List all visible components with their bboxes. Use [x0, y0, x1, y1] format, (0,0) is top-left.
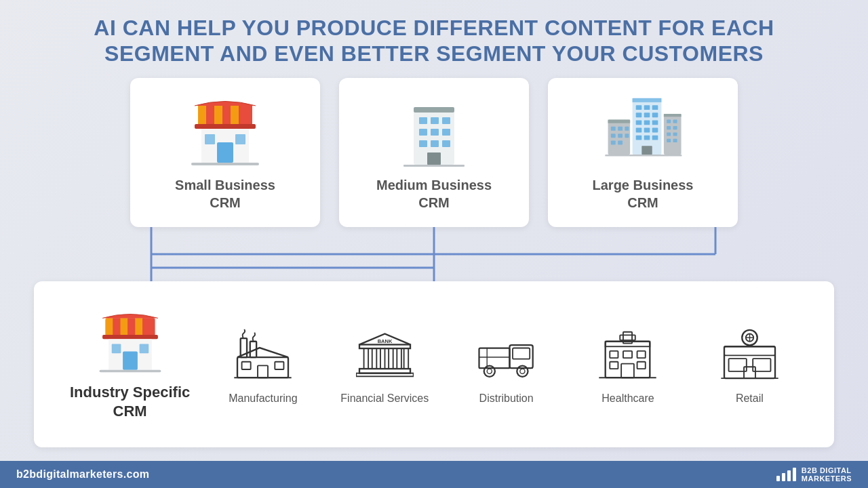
svg-rect-99 — [403, 348, 408, 369]
svg-rect-47 — [636, 127, 642, 132]
svg-rect-82 — [123, 351, 138, 369]
svg-rect-97 — [389, 348, 393, 369]
svg-rect-50 — [636, 135, 642, 140]
svg-rect-38 — [636, 105, 642, 110]
svg-text:BANK: BANK — [377, 338, 392, 344]
svg-point-108 — [517, 365, 528, 376]
svg-rect-124 — [724, 346, 775, 378]
svg-rect-49 — [652, 127, 658, 132]
svg-rect-96 — [380, 348, 385, 369]
svg-rect-56 — [667, 119, 671, 123]
svg-rect-17 — [442, 117, 450, 124]
svg-rect-80 — [102, 335, 158, 339]
svg-rect-91 — [275, 362, 284, 369]
svg-rect-101 — [356, 373, 413, 377]
header: AI CAN HELP YOU PRODUCE DIFFERENT CONTEN… — [0, 0, 868, 78]
retail-label: Retail — [736, 392, 764, 405]
svg-rect-23 — [442, 140, 450, 147]
svg-rect-76 — [120, 318, 127, 336]
headline: AI CAN HELP YOU PRODUCE DIFFERENT CONTEN… — [41, 15, 827, 67]
svg-rect-32 — [618, 134, 623, 138]
medium-business-card: Medium BusinessCRM — [339, 78, 529, 227]
svg-rect-120 — [610, 362, 618, 369]
retail-icon — [719, 323, 780, 384]
svg-rect-28 — [611, 127, 616, 131]
svg-rect-14 — [414, 107, 454, 113]
svg-rect-48 — [644, 127, 650, 132]
svg-rect-59 — [673, 126, 677, 129]
svg-rect-37 — [633, 98, 662, 102]
bottom-industry-box: Industry Specific CRM — [34, 281, 834, 447]
svg-rect-16 — [431, 117, 439, 124]
svg-rect-117 — [610, 351, 618, 358]
svg-rect-52 — [652, 135, 658, 140]
svg-rect-39 — [644, 105, 650, 110]
svg-rect-55 — [664, 114, 682, 117]
manufacturing-label: Manufacturing — [229, 392, 297, 405]
svg-rect-62 — [667, 139, 671, 142]
svg-rect-125 — [724, 346, 775, 355]
financial-item: BANK Financial Services — [328, 323, 442, 405]
svg-rect-46 — [652, 120, 658, 125]
svg-rect-63 — [673, 139, 677, 142]
healthcare-label: Healthcare — [601, 392, 654, 405]
svg-rect-105 — [479, 348, 509, 368]
industry-specific-item: Industry Specific CRM — [61, 307, 199, 422]
svg-rect-51 — [644, 135, 650, 140]
svg-rect-42 — [644, 113, 650, 117]
svg-rect-98 — [397, 348, 401, 369]
svg-rect-11 — [235, 134, 245, 144]
svg-rect-89 — [258, 365, 268, 378]
retail-item: Retail — [692, 323, 807, 405]
manufacturing-item: Manufacturing — [205, 323, 320, 405]
svg-point-109 — [519, 369, 524, 373]
svg-rect-45 — [644, 120, 650, 125]
svg-rect-75 — [113, 318, 120, 336]
medium-crm-label: Medium BusinessCRM — [376, 176, 492, 211]
footer: b2bdigitalmarketers.com B2B DIGITAL MARK… — [0, 461, 868, 488]
small-business-icon — [184, 94, 266, 168]
footer-url: b2bdigitalmarketers.com — [16, 468, 149, 481]
svg-rect-10 — [205, 134, 215, 144]
large-business-card: Large BusinessCRM — [548, 78, 738, 227]
svg-rect-35 — [618, 140, 623, 144]
connector-area — [34, 227, 834, 281]
svg-rect-78 — [135, 318, 142, 336]
svg-point-106 — [484, 365, 494, 376]
footer-brand-text: B2B DIGITAL MARKETERS — [802, 466, 852, 483]
main-container: AI CAN HELP YOU PRODUCE DIFFERENT CONTEN… — [0, 0, 868, 488]
svg-point-107 — [487, 369, 492, 373]
svg-rect-22 — [431, 140, 439, 147]
svg-rect-53 — [642, 146, 652, 155]
svg-rect-19 — [431, 129, 439, 136]
svg-rect-118 — [623, 351, 632, 358]
svg-rect-24 — [427, 152, 441, 165]
industry-specific-icon — [93, 307, 167, 375]
svg-rect-44 — [636, 120, 642, 125]
svg-rect-61 — [673, 132, 677, 136]
svg-rect-18 — [419, 129, 427, 136]
svg-rect-88 — [237, 357, 288, 378]
industry-specific-label: Industry Specific CRM — [70, 383, 190, 422]
svg-rect-74 — [105, 318, 113, 336]
svg-rect-41 — [636, 113, 642, 117]
svg-rect-15 — [419, 117, 427, 124]
healthcare-item: Healthcare — [570, 323, 685, 405]
svg-rect-79 — [142, 318, 155, 336]
svg-rect-104 — [513, 348, 530, 359]
svg-rect-122 — [622, 363, 635, 378]
svg-rect-83 — [111, 344, 121, 353]
svg-rect-64 — [605, 155, 682, 157]
svg-rect-2 — [206, 106, 214, 126]
distribution-label: Distribution — [479, 392, 534, 405]
svg-rect-77 — [127, 318, 135, 336]
top-cards-row: Small BusinessCRM — [0, 78, 868, 227]
svg-rect-132 — [744, 367, 755, 378]
svg-rect-57 — [673, 119, 677, 123]
svg-rect-5 — [231, 106, 239, 126]
svg-rect-84 — [139, 344, 149, 353]
svg-rect-54 — [664, 114, 682, 155]
svg-rect-7 — [195, 124, 256, 129]
distribution-item: Distribution — [449, 323, 564, 405]
small-business-card: Small BusinessCRM — [130, 78, 320, 227]
